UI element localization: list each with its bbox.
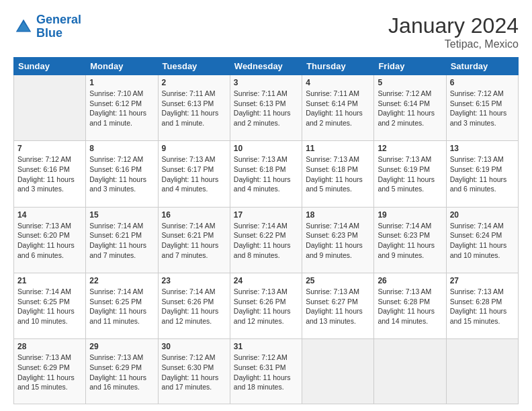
table-row: 27Sunrise: 7:13 AM Sunset: 6:28 PM Dayli…: [446, 273, 518, 338]
day-number: 14: [17, 210, 82, 220]
day-info: Sunrise: 7:11 AM Sunset: 6:13 PM Dayligh…: [162, 89, 226, 128]
day-number: 25: [306, 276, 370, 285]
day-number: 23: [162, 276, 226, 285]
table-row: 16Sunrise: 7:14 AM Sunset: 6:21 PM Dayli…: [158, 207, 230, 273]
day-info: Sunrise: 7:13 AM Sunset: 6:18 PM Dayligh…: [234, 154, 298, 194]
day-number: 11: [306, 144, 370, 153]
table-row: 9Sunrise: 7:13 AM Sunset: 6:17 PM Daylig…: [158, 141, 230, 207]
day-info: Sunrise: 7:13 AM Sunset: 6:27 PM Dayligh…: [306, 287, 370, 326]
day-info: Sunrise: 7:13 AM Sunset: 6:29 PM Dayligh…: [89, 353, 154, 392]
day-info: Sunrise: 7:14 AM Sunset: 6:21 PM Dayligh…: [89, 221, 154, 261]
day-number: 12: [378, 144, 442, 153]
table-row: 25Sunrise: 7:13 AM Sunset: 6:27 PM Dayli…: [302, 273, 374, 338]
day-info: Sunrise: 7:13 AM Sunset: 6:18 PM Dayligh…: [306, 154, 370, 194]
day-number: 16: [162, 210, 226, 220]
location: Tetipac, Mexico: [388, 38, 519, 50]
logo: General Blue: [13, 13, 81, 40]
calendar-header-row: Sunday Monday Tuesday Wednesday Thursday…: [14, 58, 519, 75]
logo-icon: [13, 17, 34, 37]
month-year: January 2024: [388, 13, 519, 38]
day-number: 2: [162, 78, 226, 87]
day-number: 30: [162, 342, 226, 351]
table-row: 19Sunrise: 7:14 AM Sunset: 6:23 PM Dayli…: [374, 207, 446, 273]
day-number: 8: [89, 144, 154, 153]
table-row: 10Sunrise: 7:13 AM Sunset: 6:18 PM Dayli…: [230, 141, 302, 207]
day-number: 7: [17, 144, 82, 153]
header: General Blue January 2024 Tetipac, Mexic…: [13, 13, 519, 50]
table-row: 11Sunrise: 7:13 AM Sunset: 6:18 PM Dayli…: [302, 141, 374, 207]
day-number: 5: [378, 78, 442, 87]
day-info: Sunrise: 7:14 AM Sunset: 6:25 PM Dayligh…: [89, 287, 154, 326]
day-number: 3: [234, 78, 298, 87]
page: General Blue January 2024 Tetipac, Mexic…: [0, 0, 532, 411]
day-number: 26: [378, 276, 442, 285]
logo-line2: Blue: [36, 26, 62, 40]
table-row: 22Sunrise: 7:14 AM Sunset: 6:25 PM Dayli…: [86, 273, 158, 338]
day-info: Sunrise: 7:14 AM Sunset: 6:22 PM Dayligh…: [234, 221, 298, 261]
table-row: 31Sunrise: 7:12 AM Sunset: 6:31 PM Dayli…: [230, 339, 302, 404]
table-row: 8Sunrise: 7:12 AM Sunset: 6:16 PM Daylig…: [86, 141, 158, 207]
col-thursday: Thursday: [302, 58, 374, 75]
day-number: 27: [450, 276, 515, 285]
table-row: 17Sunrise: 7:14 AM Sunset: 6:22 PM Dayli…: [230, 207, 302, 273]
table-row: 21Sunrise: 7:14 AM Sunset: 6:25 PM Dayli…: [14, 273, 86, 338]
day-number: 21: [17, 276, 82, 285]
day-info: Sunrise: 7:14 AM Sunset: 6:26 PM Dayligh…: [162, 287, 226, 326]
day-number: 17: [234, 210, 298, 220]
day-number: 1: [89, 78, 154, 87]
day-info: Sunrise: 7:13 AM Sunset: 6:26 PM Dayligh…: [234, 287, 298, 326]
day-number: 20: [450, 210, 515, 220]
table-row: [446, 339, 518, 404]
logo-text: General Blue: [36, 13, 81, 40]
table-row: 14Sunrise: 7:13 AM Sunset: 6:20 PM Dayli…: [14, 207, 86, 273]
day-number: 22: [89, 276, 154, 285]
title-area: January 2024 Tetipac, Mexico: [388, 13, 519, 50]
col-tuesday: Tuesday: [158, 58, 230, 75]
day-info: Sunrise: 7:13 AM Sunset: 6:29 PM Dayligh…: [17, 353, 82, 392]
day-info: Sunrise: 7:10 AM Sunset: 6:12 PM Dayligh…: [89, 89, 154, 128]
day-info: Sunrise: 7:12 AM Sunset: 6:14 PM Dayligh…: [378, 89, 442, 128]
day-info: Sunrise: 7:13 AM Sunset: 6:19 PM Dayligh…: [378, 154, 442, 194]
table-row: 15Sunrise: 7:14 AM Sunset: 6:21 PM Dayli…: [86, 207, 158, 273]
table-row: 28Sunrise: 7:13 AM Sunset: 6:29 PM Dayli…: [14, 339, 86, 404]
day-number: 9: [162, 144, 226, 153]
table-row: 5Sunrise: 7:12 AM Sunset: 6:14 PM Daylig…: [374, 75, 446, 141]
table-row: 23Sunrise: 7:14 AM Sunset: 6:26 PM Dayli…: [158, 273, 230, 338]
col-monday: Monday: [86, 58, 158, 75]
day-info: Sunrise: 7:12 AM Sunset: 6:15 PM Dayligh…: [450, 89, 515, 128]
col-wednesday: Wednesday: [230, 58, 302, 75]
day-number: 18: [306, 210, 370, 220]
day-number: 10: [234, 144, 298, 153]
day-info: Sunrise: 7:12 AM Sunset: 6:16 PM Dayligh…: [89, 154, 154, 194]
table-row: [302, 339, 374, 404]
day-number: 15: [89, 210, 154, 220]
day-number: 31: [234, 342, 298, 351]
day-info: Sunrise: 7:13 AM Sunset: 6:20 PM Dayligh…: [17, 221, 82, 261]
table-row: 30Sunrise: 7:12 AM Sunset: 6:30 PM Dayli…: [158, 339, 230, 404]
day-number: 19: [378, 210, 442, 220]
col-friday: Friday: [374, 58, 446, 75]
day-info: Sunrise: 7:13 AM Sunset: 6:28 PM Dayligh…: [378, 287, 442, 326]
day-info: Sunrise: 7:13 AM Sunset: 6:17 PM Dayligh…: [162, 154, 226, 194]
day-info: Sunrise: 7:12 AM Sunset: 6:30 PM Dayligh…: [162, 353, 226, 392]
table-row: 4Sunrise: 7:11 AM Sunset: 6:14 PM Daylig…: [302, 75, 374, 141]
table-row: 18Sunrise: 7:14 AM Sunset: 6:23 PM Dayli…: [302, 207, 374, 273]
day-number: 24: [234, 276, 298, 285]
col-sunday: Sunday: [14, 58, 86, 75]
table-row: [374, 339, 446, 404]
table-row: 12Sunrise: 7:13 AM Sunset: 6:19 PM Dayli…: [374, 141, 446, 207]
table-row: 7Sunrise: 7:12 AM Sunset: 6:16 PM Daylig…: [14, 141, 86, 207]
day-info: Sunrise: 7:14 AM Sunset: 6:23 PM Dayligh…: [378, 221, 442, 261]
table-row: 20Sunrise: 7:14 AM Sunset: 6:24 PM Dayli…: [446, 207, 518, 273]
day-info: Sunrise: 7:14 AM Sunset: 6:21 PM Dayligh…: [162, 221, 226, 261]
day-info: Sunrise: 7:12 AM Sunset: 6:31 PM Dayligh…: [234, 353, 298, 392]
table-row: 1Sunrise: 7:10 AM Sunset: 6:12 PM Daylig…: [86, 75, 158, 141]
table-row: 6Sunrise: 7:12 AM Sunset: 6:15 PM Daylig…: [446, 75, 518, 141]
day-number: 29: [89, 342, 154, 351]
day-info: Sunrise: 7:11 AM Sunset: 6:14 PM Dayligh…: [306, 89, 370, 128]
day-number: 4: [306, 78, 370, 87]
day-number: 6: [450, 78, 515, 87]
col-saturday: Saturday: [446, 58, 518, 75]
table-row: 3Sunrise: 7:11 AM Sunset: 6:13 PM Daylig…: [230, 75, 302, 141]
day-info: Sunrise: 7:14 AM Sunset: 6:23 PM Dayligh…: [306, 221, 370, 261]
